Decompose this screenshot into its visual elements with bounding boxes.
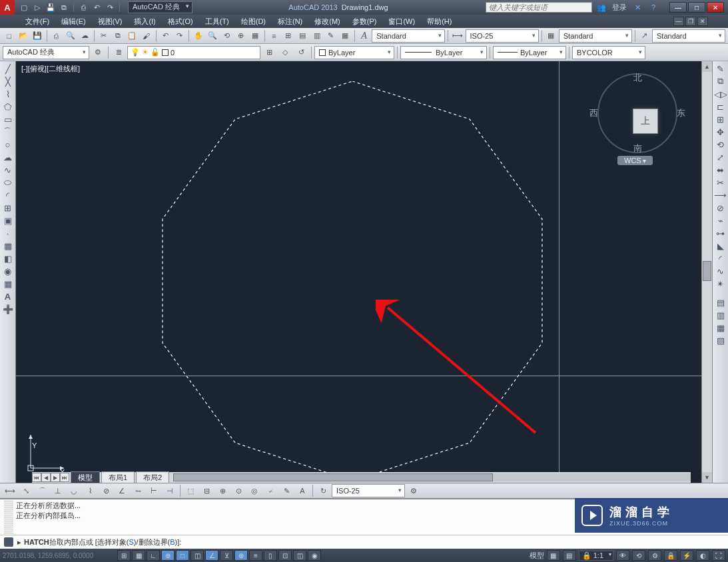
stretch-icon[interactable]: ⬌ (714, 164, 727, 176)
wcs-badge[interactable]: WCS ▾ (617, 156, 653, 165)
new-icon[interactable]: ▢ (19, 2, 29, 13)
table-style-dropdown[interactable]: Standard (559, 29, 632, 43)
isolate-icon[interactable]: ◐ (696, 550, 709, 561)
plotstyle-dropdown[interactable]: BYCOLOR (572, 46, 645, 59)
break-point-icon[interactable]: ⊘ (714, 202, 727, 214)
quickview-layouts-icon[interactable]: ▦ (547, 550, 560, 561)
lwt-toggle[interactable]: ≡ (249, 550, 262, 561)
drawing-canvas[interactable]: [-][俯视][二维线框] 北 南 东 西 上 WCS ▾ (16, 61, 701, 483)
tpy-toggle[interactable]: ▯ (264, 550, 277, 561)
close-button[interactable]: ✕ (707, 2, 724, 13)
tab-next-icon[interactable]: ▶ (51, 473, 60, 482)
copy-icon[interactable]: ⧉ (111, 29, 124, 43)
menu-file[interactable]: 文件(F) (20, 15, 55, 28)
preview-icon[interactable]: 🔍 (64, 29, 77, 43)
compass-west[interactable]: 西 (589, 107, 598, 119)
dim-style-dropdown[interactable]: ISO-25 (466, 29, 539, 43)
snap-toggle[interactable]: ⊞ (117, 550, 131, 561)
match-icon[interactable]: 🖌 (140, 29, 153, 43)
otrack-toggle[interactable]: ∠ (205, 550, 218, 561)
login-button[interactable]: 登录 (612, 3, 627, 13)
compass-south[interactable]: 南 (633, 142, 642, 154)
dim-continue-icon[interactable]: ⊣ (163, 484, 177, 497)
plot-icon[interactable]: ⎙ (78, 2, 89, 13)
offset-icon[interactable]: ⊏ (714, 101, 727, 113)
workspace-dropdown[interactable]: AutoCAD 经典 (128, 1, 192, 13)
dim-diameter-icon[interactable]: ⊘ (99, 484, 113, 497)
save-icon[interactable]: 💾 (45, 2, 56, 13)
orbit-icon[interactable]: ⟲ (220, 29, 233, 43)
command-line[interactable]: ▸ HATCH 拾取内部点或 [选择对象(S)/删除边界(B)]: (0, 535, 728, 549)
layer-prev-icon[interactable]: ↺ (294, 46, 308, 59)
tab-layout2[interactable]: 布局2 (136, 471, 169, 483)
open-file-icon[interactable]: 📂 (17, 29, 29, 43)
mirror-icon[interactable]: ◁▷ (714, 88, 727, 100)
layer-states-icon[interactable]: ⊞ (262, 46, 276, 59)
xline-icon[interactable]: ╳ (1, 75, 15, 87)
polygon-icon[interactable]: ⬠ (1, 101, 15, 113)
fillet-icon[interactable]: ◜ (714, 252, 727, 264)
dim-style-manager-icon[interactable]: ⚙ (406, 484, 421, 497)
am-toggle[interactable]: ◉ (308, 550, 321, 561)
lineweight-dropdown[interactable]: ByLayer (493, 46, 566, 59)
menu-format[interactable]: 格式(O) (163, 15, 198, 28)
menu-window[interactable]: 窗口(W) (383, 15, 420, 28)
erase-icon[interactable]: ✎ (714, 63, 727, 75)
text-style-icon[interactable]: A (358, 29, 370, 43)
model-space-button[interactable]: 模型 (530, 551, 544, 561)
scale-icon[interactable]: ⤢ (714, 151, 727, 163)
ellipse-arc-icon[interactable]: ◜ (1, 189, 15, 201)
menu-view[interactable]: 视图(V) (93, 15, 128, 28)
pan-icon[interactable]: ✋ (192, 29, 204, 43)
line-icon[interactable]: ╱ (1, 63, 15, 75)
tolerance-icon[interactable]: ⊕ (215, 484, 230, 497)
paste-icon[interactable]: 📋 (126, 29, 139, 43)
infocenter-icon[interactable]: 👥 (596, 2, 607, 13)
dim-linear-icon[interactable]: ⟷ (3, 484, 17, 497)
dim-jogged-icon[interactable]: ⌇ (83, 484, 97, 497)
annotation-scale-dropdown[interactable]: 🔒 1:1 (579, 551, 613, 561)
dim-style-icon[interactable]: ⟼ (451, 29, 464, 43)
explode-icon[interactable]: ✴ (714, 278, 727, 290)
doc-close-button[interactable]: ✕ (697, 17, 708, 26)
anno-autoscale-icon[interactable]: ⟲ (632, 550, 645, 561)
dim-aligned-icon[interactable]: ⤡ (19, 484, 33, 497)
color-dropdown[interactable]: ByLayer (314, 46, 394, 59)
make-block-icon[interactable]: ▣ (1, 214, 15, 226)
centermark-icon[interactable]: ⊙ (231, 484, 246, 497)
redo-icon[interactable]: ↷ (173, 29, 186, 43)
viewcube-top[interactable]: 上 (633, 109, 658, 134)
osnap-toggle[interactable]: □ (176, 550, 189, 561)
toolpalette-icon[interactable]: ▤ (296, 29, 309, 43)
workspace-combo[interactable]: AutoCAD 经典 (3, 46, 89, 59)
tab-layout1[interactable]: 布局1 (101, 471, 135, 483)
copy-obj-icon[interactable]: ⧉ (714, 75, 727, 87)
dim-angular-icon[interactable]: ∠ (115, 484, 129, 497)
app-icon[interactable]: A (0, 0, 15, 15)
inspection-icon[interactable]: ◎ (247, 484, 262, 497)
menu-modify[interactable]: 修改(M) (309, 15, 346, 28)
array-icon[interactable]: ⊞ (714, 113, 727, 125)
dim-arc-icon[interactable]: ⌒ (35, 484, 49, 497)
toolbar-lock-icon[interactable]: 🔒 (664, 550, 677, 561)
sheetset-icon[interactable]: ▥ (310, 29, 323, 43)
compass-north[interactable]: 北 (633, 72, 642, 84)
dim-tedit-icon[interactable]: A (295, 484, 310, 497)
extend-icon[interactable]: ⟶ (714, 189, 727, 201)
publish-icon[interactable]: ☁ (79, 29, 91, 43)
quickview-drawings-icon[interactable]: ▤ (563, 550, 576, 561)
dim-radius-icon[interactable]: ◡ (67, 484, 81, 497)
save-file-icon[interactable]: 💾 (31, 29, 44, 43)
horizontal-scrollbar[interactable] (173, 473, 691, 481)
workspace-settings-icon[interactable]: ⚙ (91, 46, 105, 59)
mtext-icon[interactable]: A (1, 290, 15, 302)
menu-insert[interactable]: 插入(I) (129, 15, 161, 28)
draworder4-icon[interactable]: ▧ (714, 334, 727, 346)
properties-icon[interactable]: ≡ (268, 29, 280, 43)
dim-quick-icon[interactable]: ⥊ (131, 484, 145, 497)
layer-dropdown[interactable]: 💡 ☀ 🔓 0 (127, 46, 260, 59)
tab-model[interactable]: 模型 (71, 471, 100, 483)
ellipse-icon[interactable]: ⬭ (1, 176, 15, 188)
undo-icon[interactable]: ↶ (159, 29, 171, 43)
viewport-label[interactable]: [-][俯视][二维线框] (21, 64, 80, 74)
